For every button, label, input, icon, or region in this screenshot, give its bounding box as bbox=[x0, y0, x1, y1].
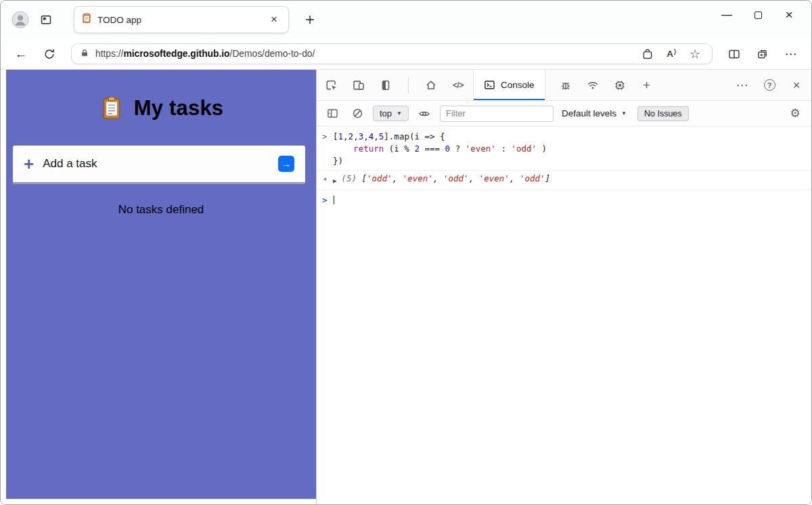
help-icon: ? bbox=[764, 79, 775, 91]
read-aloud-paren: ) bbox=[674, 48, 676, 55]
tab-welcome[interactable] bbox=[418, 70, 445, 100]
console-input: >[1,2,3,4,5].map(i => { return (i % 2 ==… bbox=[317, 129, 811, 171]
context-label: top bbox=[380, 108, 392, 118]
lock-icon bbox=[80, 48, 89, 60]
clear-console-icon bbox=[352, 108, 363, 119]
console-sidebar-icon bbox=[327, 108, 338, 119]
profile-avatar[interactable] bbox=[7, 7, 33, 32]
browser-tab[interactable]: TODO app × bbox=[74, 6, 289, 33]
tab-title: TODO app bbox=[97, 15, 261, 25]
more-tabs-button[interactable]: + bbox=[633, 70, 660, 100]
tab-close-button[interactable]: × bbox=[267, 12, 281, 27]
tab-actions-icon bbox=[40, 14, 52, 26]
console-entry-text: (5) ['odd', 'even', 'odd', 'even', 'odd'… bbox=[341, 173, 550, 185]
url-domain: microsoftedge.github.io bbox=[123, 49, 229, 59]
split-screen-button[interactable] bbox=[722, 43, 746, 66]
disclosure-triangle-icon[interactable]: ▶ bbox=[333, 175, 336, 187]
plus-icon: + bbox=[24, 155, 34, 173]
maximize-icon bbox=[754, 12, 762, 19]
back-button[interactable]: ← bbox=[9, 43, 33, 66]
console-prompt[interactable]: > bbox=[317, 190, 811, 209]
chevron-down-icon: ▼ bbox=[397, 110, 402, 116]
browser-window: TODO app × + — × ← https://microsof bbox=[0, 0, 812, 505]
refresh-icon bbox=[43, 48, 55, 60]
todo-app: My tasks + Add a task → No tasks defined bbox=[6, 70, 316, 499]
tab-actions-button[interactable] bbox=[33, 7, 59, 32]
page-title: My tasks bbox=[134, 96, 224, 120]
add-task-submit-button[interactable]: → bbox=[278, 156, 294, 172]
add-task-label: Add a task bbox=[43, 157, 97, 171]
issues-badge[interactable]: No Issues bbox=[637, 106, 689, 121]
window-close-button[interactable]: × bbox=[773, 1, 805, 29]
read-aloud-icon[interactable]: A) bbox=[662, 45, 680, 63]
maximize-button[interactable] bbox=[742, 1, 773, 29]
url-text: https://microsoftedge.github.io/Demos/de… bbox=[95, 49, 633, 59]
chevron-down-icon: ▼ bbox=[621, 110, 627, 116]
shopping-icon[interactable] bbox=[639, 45, 656, 63]
console-settings-gear-icon[interactable]: ⚙ bbox=[785, 106, 805, 120]
activity-bar-button[interactable] bbox=[372, 70, 399, 100]
console-messages[interactable]: >[1,2,3,4,5].map(i => { return (i % 2 ==… bbox=[317, 127, 811, 504]
add-task-field[interactable]: + Add a task → bbox=[13, 146, 305, 184]
context-selector[interactable]: top ▼ bbox=[373, 106, 409, 121]
content-area: My tasks + Add a task → No tasks defined bbox=[1, 70, 811, 504]
code-brackets-icon: </> bbox=[453, 81, 464, 90]
console-sidebar-button[interactable] bbox=[323, 104, 342, 123]
console-icon bbox=[484, 79, 495, 91]
debug-button[interactable] bbox=[552, 70, 579, 100]
prompt-chevron-icon: > bbox=[322, 194, 333, 206]
performance-button[interactable] bbox=[606, 70, 633, 100]
tab-favicon-icon bbox=[81, 13, 92, 26]
clear-console-button[interactable] bbox=[348, 104, 367, 123]
refresh-button[interactable] bbox=[37, 43, 62, 66]
collections-icon bbox=[757, 48, 769, 60]
collections-button[interactable] bbox=[750, 43, 775, 66]
devtools-close-button[interactable]: × bbox=[783, 70, 810, 100]
home-icon bbox=[425, 79, 437, 91]
window-controls: — × bbox=[711, 1, 805, 29]
devtools-more-options-button[interactable]: ⋯ bbox=[729, 70, 756, 100]
cpu-chip-icon bbox=[614, 79, 626, 91]
toolbar-divider bbox=[408, 77, 409, 93]
network-conditions-button[interactable] bbox=[579, 70, 606, 100]
inspect-button[interactable] bbox=[318, 70, 345, 100]
new-tab-button[interactable]: + bbox=[298, 8, 321, 31]
console-tab-label: Console bbox=[501, 80, 535, 90]
favorites-star-icon[interactable]: ☆ bbox=[686, 45, 704, 63]
live-expression-button[interactable] bbox=[415, 104, 434, 123]
tab-elements[interactable]: </> bbox=[445, 70, 472, 100]
address-bar[interactable]: https://microsoftedge.github.io/Demos/de… bbox=[71, 43, 713, 64]
log-levels-dropdown[interactable]: Default levels ▼ bbox=[562, 108, 627, 118]
devtools-panel: </> Console bbox=[316, 70, 811, 504]
return-value-icon: ◂ bbox=[322, 173, 333, 185]
inspect-icon bbox=[325, 79, 338, 91]
navigation-bar: ← https://microsoftedge.github.io/Demos/… bbox=[1, 39, 811, 70]
tab-console[interactable]: Console bbox=[473, 70, 545, 100]
eye-icon bbox=[418, 108, 430, 120]
minimize-button[interactable]: — bbox=[711, 1, 742, 29]
tab-bar: TODO app × + — × bbox=[1, 1, 811, 39]
devtools-toolbar: </> Console bbox=[317, 70, 811, 101]
log-levels-label: Default levels bbox=[562, 108, 616, 118]
wifi-icon bbox=[587, 79, 599, 91]
prompt-chevron-icon: > bbox=[322, 131, 333, 143]
console-entry-text: [1,2,3,4,5].map(i => { return (i % 2 ===… bbox=[333, 131, 547, 167]
device-emulation-button[interactable] bbox=[345, 70, 372, 100]
empty-tasks-message: No tasks defined bbox=[6, 203, 316, 217]
split-screen-icon bbox=[728, 48, 740, 60]
panel-layout-icon bbox=[380, 79, 392, 91]
devtools-help-button[interactable]: ? bbox=[756, 70, 783, 100]
person-icon bbox=[12, 11, 29, 28]
devtools-toolbar-right: ⋯ ? × bbox=[729, 70, 810, 100]
url-path: /Demos/demo-to-do/ bbox=[230, 49, 315, 59]
text-cursor bbox=[334, 196, 334, 204]
bug-icon bbox=[560, 79, 572, 91]
console-result: ◂▶(5) ['odd', 'even', 'odd', 'even', 'od… bbox=[317, 171, 811, 190]
todo-header: My tasks bbox=[6, 70, 316, 121]
todo-page: My tasks + Add a task → No tasks defined bbox=[1, 70, 316, 504]
device-emulation-icon bbox=[353, 79, 365, 91]
clipboard-icon bbox=[99, 95, 125, 121]
console-toolbar: top ▼ Default levels ▼ No Issues ⚙ bbox=[317, 101, 811, 127]
more-menu-button[interactable]: ⋯ bbox=[779, 43, 803, 66]
filter-input[interactable] bbox=[440, 106, 554, 122]
